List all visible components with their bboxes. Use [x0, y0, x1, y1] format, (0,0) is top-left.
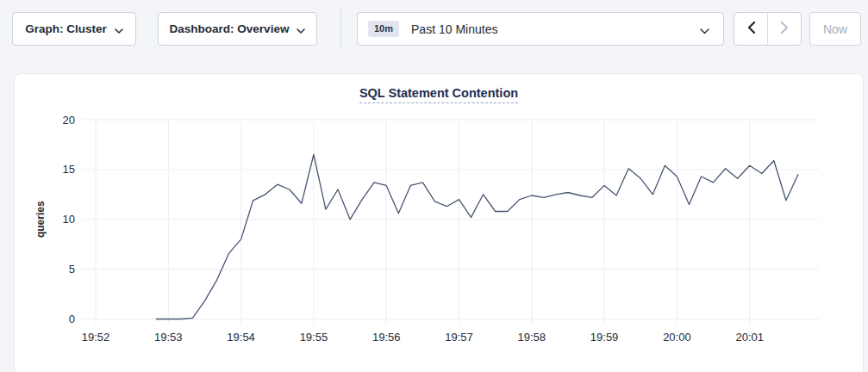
contention-line-series — [156, 155, 798, 319]
time-step-forward-button[interactable] — [767, 13, 801, 45]
now-button[interactable]: Now — [809, 12, 861, 46]
time-step-buttons — [734, 12, 802, 46]
y-axis-label: queries — [34, 201, 47, 238]
time-step-back-button[interactable] — [734, 13, 767, 45]
chevron-left-icon — [746, 21, 756, 38]
chevron-down-icon — [700, 22, 709, 38]
chevron-down-icon — [297, 23, 305, 36]
chart-card: SQL Statement Contention 0510152019:5219… — [14, 73, 864, 372]
x-tick-label: 19:59 — [590, 331, 619, 344]
y-tick-label: 10 — [63, 213, 75, 226]
time-range-badge: 10m — [368, 21, 399, 37]
x-tick-label: 19:52 — [82, 331, 110, 344]
chevron-down-icon — [115, 23, 123, 36]
chevron-right-icon — [780, 21, 790, 38]
x-tick-label: 19:58 — [518, 331, 546, 344]
x-tick-label: 19:56 — [372, 331, 401, 344]
chart-title[interactable]: SQL Statement Contention — [359, 86, 518, 103]
now-button-label: Now — [823, 22, 847, 36]
y-tick-label: 0 — [69, 313, 75, 326]
x-tick-label: 20:00 — [663, 331, 691, 344]
contention-chart: 0510152019:5219:5319:5419:5519:5619:5719… — [15, 107, 865, 365]
dashboard-dropdown-label: Dashboard: Overview — [170, 22, 290, 35]
x-tick-label: 19:53 — [154, 331, 183, 344]
chart-title-row: SQL Statement Contention — [15, 85, 863, 103]
x-tick-label: 19:57 — [445, 331, 473, 344]
dashboard-dropdown[interactable]: Dashboard: Overview — [158, 12, 317, 46]
y-tick-label: 5 — [69, 263, 75, 276]
graph-dropdown[interactable]: Graph: Cluster — [12, 12, 136, 46]
y-tick-label: 20 — [63, 114, 75, 127]
time-range-label: Past 10 Minutes — [411, 22, 700, 36]
graph-dropdown-label: Graph: Cluster — [25, 22, 107, 35]
x-tick-label: 19:54 — [227, 331, 255, 344]
toolbar-divider — [340, 9, 341, 49]
time-range-dropdown[interactable]: 10m Past 10 Minutes — [357, 12, 724, 46]
y-tick-label: 15 — [63, 163, 75, 176]
x-tick-label: 20:01 — [735, 331, 764, 344]
x-tick-label: 19:55 — [300, 331, 328, 344]
